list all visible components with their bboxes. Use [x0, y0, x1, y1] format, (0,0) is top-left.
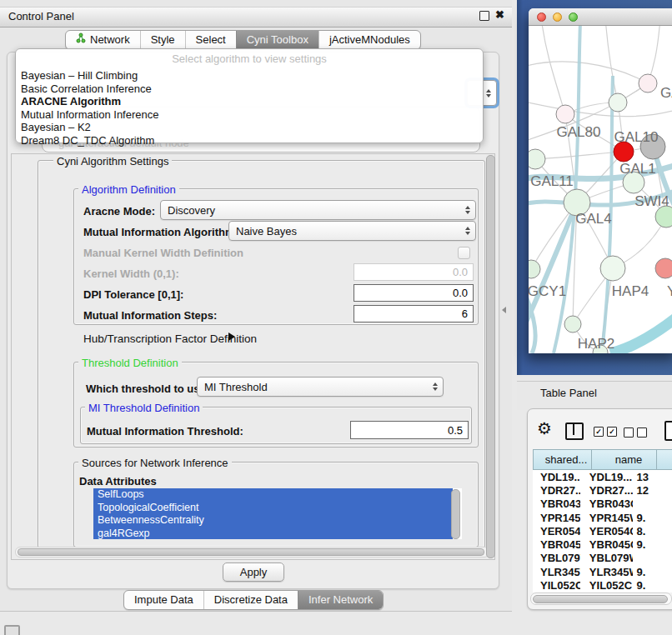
- node: [609, 93, 627, 112]
- algorithm-definition-title: Algorithm Definition: [78, 183, 179, 196]
- float-window-icon[interactable]: [479, 11, 489, 21]
- screen: Control Panel ✖ Network Style Select: [0, 0, 672, 635]
- columns-icon[interactable]: [565, 422, 584, 440]
- close-traffic-icon[interactable]: [537, 12, 546, 22]
- node-label: Y: [667, 283, 672, 299]
- which-threshold-combobox[interactable]: MI Threshold: [197, 377, 444, 397]
- dropdown-item[interactable]: Basic Correlation Inference: [21, 82, 478, 96]
- node-label: GAL11: [530, 173, 574, 189]
- zoom-traffic-icon[interactable]: [569, 12, 578, 22]
- node: [529, 149, 545, 169]
- attribute-item[interactable]: BetweennessCentrality: [93, 514, 453, 528]
- dropdown-item[interactable]: Bayesian – Hill Climbing: [21, 69, 478, 82]
- attribute-item[interactable]: gal4RGexp: [93, 528, 453, 540]
- tab-select[interactable]: Select: [185, 31, 236, 49]
- dpi-tolerance-label: DPI Tolerance [0,1]:: [83, 288, 183, 301]
- table-panel-title: Table Panel: [540, 387, 597, 399]
- aracne-mode-label: Aracne Mode:: [83, 205, 155, 218]
- table-row[interactable]: YIL052CYIL052C9.: [533, 578, 672, 592]
- aracne-mode-combobox[interactable]: Discovery: [160, 200, 476, 220]
- table-horizontal-scrollbar[interactable]: [530, 592, 672, 605]
- close-icon[interactable]: ✖: [495, 8, 504, 21]
- tab-network[interactable]: Network: [66, 31, 140, 49]
- cyni-mode-tab-bar: Impute Data Discretize Data Infer Networ…: [123, 590, 384, 610]
- table-header-row: shared... name: [533, 449, 672, 470]
- settings-vertical-scrollbar[interactable]: [486, 155, 495, 558]
- node-label: GAL1: [619, 161, 655, 177]
- network-canvas[interactable]: GAL GAL80 GAL10 GAL1 GAL11 SWI4 GAL4 GCY…: [529, 26, 672, 353]
- node: [564, 316, 581, 332]
- node: [600, 256, 625, 281]
- minimize-traffic-icon[interactable]: [553, 12, 562, 22]
- node: [556, 105, 574, 123]
- table-row[interactable]: YBR045CYBR045C9.: [533, 538, 672, 551]
- dropdown-placeholder: Select algorithm to view settings: [16, 52, 483, 65]
- table-body: YDL19...YDL19...13 YDR27...YDR27...12 YB…: [533, 470, 672, 592]
- dropdown-item[interactable]: Bayesian – K2: [21, 121, 478, 134]
- control-panel-window: Control Panel ✖ Network Style Select: [0, 0, 512, 612]
- table-row[interactable]: YBL079WYBL079W: [533, 552, 672, 565]
- node-label: HAP2: [578, 336, 614, 352]
- panel-title: Control Panel: [8, 10, 74, 22]
- table-row[interactable]: YDL19...YDL19...13: [533, 470, 672, 483]
- manual-kernel-checkbox[interactable]: [458, 247, 470, 259]
- deselect-all-checkboxes-icon[interactable]: ✓✓: [624, 428, 647, 438]
- mi-threshold-field[interactable]: [350, 421, 469, 439]
- mi-type-combobox[interactable]: Naive Bayes: [228, 221, 476, 241]
- column-header[interactable]: shared...: [533, 449, 592, 470]
- algorithm-dropdown-popup: Select algorithm to view settings Bayesi…: [15, 48, 484, 143]
- table-row[interactable]: YBR043CYBR043C: [533, 498, 672, 511]
- attribute-item[interactable]: SelfLoops: [93, 488, 453, 502]
- tab-network-label: Network: [90, 31, 130, 49]
- tab-cyni-toolbox[interactable]: Cyni Toolbox: [236, 31, 318, 49]
- node: [529, 260, 540, 278]
- mi-steps-field[interactable]: [354, 305, 474, 322]
- which-threshold-label: Which threshold to use:: [86, 382, 209, 395]
- table-row[interactable]: YER054CYER054C8.: [533, 524, 672, 538]
- dropdown-item[interactable]: Dream8 DC_TDC Algorithm: [21, 134, 478, 148]
- kernel-width-field[interactable]: [354, 263, 474, 281]
- table-row[interactable]: YDR27...YDR27...12: [533, 483, 672, 497]
- node-label: GAL: [660, 85, 672, 101]
- control-panel-titlebar: [0, 7, 512, 28]
- tab-discretize-data[interactable]: Discretize Data: [203, 591, 298, 609]
- manual-kernel-label: Manual Kernel Width Definition: [83, 247, 243, 259]
- dock-panel-icon[interactable]: [4, 625, 20, 635]
- table-row[interactable]: YLR345WYLR345W9.: [533, 565, 672, 578]
- splitter-handle[interactable]: [502, 307, 506, 313]
- data-attributes-list[interactable]: SelfLoops TopologicalCoefficient Between…: [93, 488, 462, 539]
- node-label: GAL10: [614, 129, 659, 145]
- mi-steps-label: Mutual Information Steps:: [83, 309, 217, 322]
- attribute-item[interactable]: TopologicalCoefficient: [93, 502, 453, 515]
- export-table-icon[interactable]: [664, 421, 672, 441]
- settings-horizontal-scrollbar[interactable]: [15, 547, 489, 558]
- expand-arrow-icon[interactable]: [228, 332, 235, 341]
- tab-infer-network[interactable]: Infer Network: [298, 591, 383, 609]
- node-label: GAL4: [575, 211, 611, 227]
- sources-title: Sources for Network Inference: [78, 457, 232, 469]
- mi-threshold-group-title: MI Threshold Definition: [85, 402, 203, 414]
- column-header[interactable]: [657, 449, 672, 470]
- kernel-width-label: Kernel Width (0,1):: [83, 268, 179, 280]
- tab-jactivemnodules[interactable]: jActiveMNodules: [318, 31, 420, 49]
- dpi-tolerance-field[interactable]: [354, 284, 474, 302]
- dropdown-item-selected[interactable]: ARACNE Algorithm: [21, 95, 478, 108]
- table-row[interactable]: YPR145WYPR145W9.: [533, 511, 672, 524]
- mi-threshold-label: Mutual Information Threshold:: [87, 425, 243, 438]
- dropdown-item[interactable]: Mutual Information Inference: [21, 108, 478, 122]
- network-window-titlebar[interactable]: [529, 8, 672, 26]
- tab-impute-data[interactable]: Impute Data: [124, 591, 203, 609]
- node-label: HAP4: [612, 283, 649, 299]
- which-threshold-value: MI Threshold: [204, 381, 268, 393]
- column-header[interactable]: name: [592, 449, 657, 470]
- select-all-checkboxes-icon[interactable]: ✓✓: [594, 427, 617, 437]
- aracne-mode-value: Discovery: [168, 204, 215, 217]
- panel-tab-bar: Network Style Select Cyni Toolbox jActiv…: [65, 30, 421, 50]
- apply-button[interactable]: Apply: [223, 562, 284, 582]
- list-scrollbar[interactable]: [451, 489, 460, 539]
- gear-icon[interactable]: ⚙: [537, 420, 552, 437]
- threshold-definition-title: Threshold Definition: [78, 357, 182, 369]
- tab-style[interactable]: Style: [140, 31, 185, 49]
- mi-type-value: Naive Bayes: [236, 225, 297, 238]
- data-attributes-label: Data Attributes: [79, 475, 157, 488]
